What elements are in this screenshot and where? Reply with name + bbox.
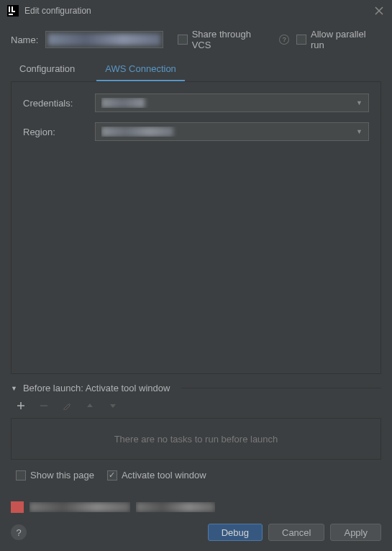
- allow-parallel-label: Allow parallel run: [311, 29, 381, 50]
- share-vcs-label: Share through VCS: [192, 29, 273, 50]
- credentials-label: Credentials:: [23, 98, 95, 109]
- move-down-button: [108, 401, 118, 411]
- remove-task-button: [39, 401, 49, 411]
- svg-rect-4: [9, 14, 13, 15]
- close-icon[interactable]: [373, 5, 385, 17]
- tab-panel: Credentials: ▼ Region: ▼: [11, 81, 381, 374]
- edit-task-button: [62, 401, 72, 411]
- credentials-dropdown[interactable]: ▼: [95, 94, 369, 112]
- cancel-button[interactable]: Cancel: [268, 524, 324, 541]
- app-icon: [7, 5, 19, 17]
- activate-tool-checkbox[interactable]: Activate tool window: [107, 470, 206, 481]
- apply-button[interactable]: Apply: [330, 524, 381, 541]
- region-value: [101, 127, 356, 137]
- add-task-button[interactable]: [16, 401, 26, 411]
- chevron-down-icon: ▼: [356, 99, 363, 106]
- credentials-value: [101, 98, 356, 108]
- allow-parallel-checkbox[interactable]: Allow parallel run: [296, 29, 381, 50]
- help-button[interactable]: ?: [11, 524, 27, 540]
- tab-configuration[interactable]: Configuration: [11, 59, 83, 81]
- collapse-arrow-icon[interactable]: ▼: [11, 385, 17, 392]
- debug-button[interactable]: Debug: [208, 524, 263, 541]
- checkbox-icon: [178, 35, 188, 45]
- share-vcs-checkbox[interactable]: Share through VCS: [178, 29, 272, 50]
- empty-tasks-text: There are no tasks to run before launch: [114, 434, 278, 445]
- svg-rect-3: [12, 11, 15, 12]
- chevron-down-icon: ▼: [356, 128, 363, 135]
- name-input[interactable]: [45, 31, 163, 48]
- dialog-title: Edit configuration: [24, 6, 373, 16]
- before-launch-header: Before launch: Activate tool window: [23, 383, 170, 393]
- svg-rect-1: [9, 6, 10, 12]
- show-page-checkbox[interactable]: Show this page: [16, 470, 94, 481]
- checkbox-icon: [296, 35, 306, 45]
- activate-tool-label: Activate tool window: [122, 470, 206, 481]
- checkbox-icon: [16, 470, 26, 481]
- tab-aws-connection[interactable]: AWS Connection: [96, 59, 185, 81]
- region-dropdown[interactable]: ▼: [95, 122, 369, 141]
- help-icon[interactable]: ?: [279, 35, 289, 45]
- error-message: [11, 501, 381, 514]
- error-text-2: [136, 502, 215, 512]
- region-label: Region:: [23, 127, 95, 137]
- divider: [181, 388, 381, 388]
- task-list-empty: There are no tasks to run before launch: [11, 418, 381, 460]
- error-text-1: [29, 502, 130, 512]
- name-label: Name:: [11, 35, 38, 45]
- checkbox-checked-icon: [107, 470, 117, 481]
- show-page-label: Show this page: [30, 470, 94, 481]
- move-up-button: [85, 401, 95, 411]
- error-icon: [11, 501, 24, 513]
